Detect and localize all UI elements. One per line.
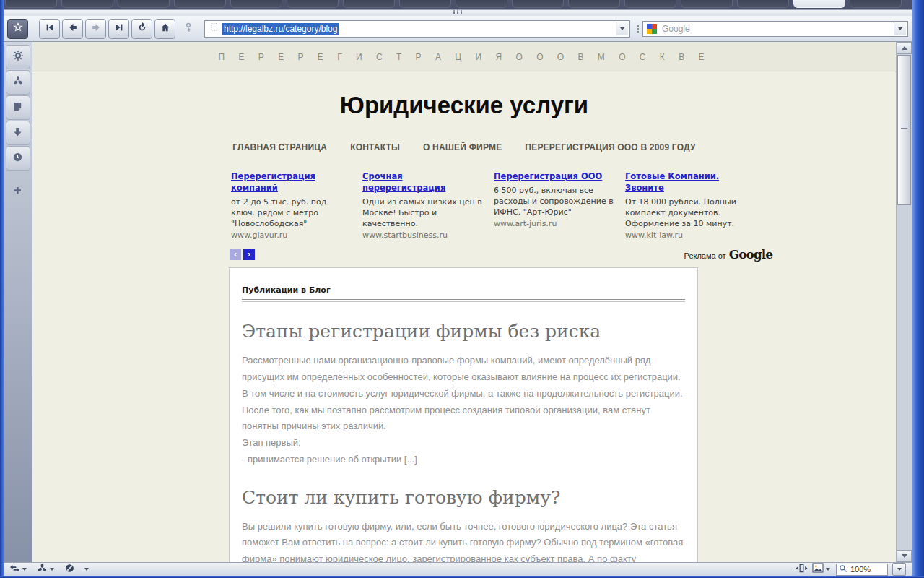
forward-button-disabled[interactable] (85, 19, 106, 39)
tab[interactable] (343, 0, 395, 8)
download-arrow-icon (12, 126, 23, 140)
scroll-up-button[interactable] (897, 42, 912, 54)
tab[interactable] (850, 0, 902, 8)
blog-post: Стоит ли купить готовую фирму? Вы решили… (242, 487, 685, 562)
google-logo: Google (729, 247, 772, 262)
ad-title-link[interactable]: Перерегистрация ООО (494, 171, 615, 183)
tab[interactable] (624, 0, 676, 8)
search-box[interactable] (642, 21, 908, 37)
chevron-down-icon (898, 27, 902, 30)
images-toggle-button[interactable] (812, 563, 830, 576)
fast-forward-button[interactable] (108, 19, 129, 39)
ads-next-button[interactable]: › (243, 249, 255, 260)
ad-text: От 18 000 рублей. Полный комплект докуме… (625, 197, 736, 228)
post-title[interactable]: Стоит ли купить готовую фирму? (242, 487, 685, 508)
tab[interactable] (737, 0, 789, 8)
home-button[interactable] (154, 19, 175, 39)
zoom-value: 100% (850, 565, 871, 574)
notes-panel-button[interactable] (6, 95, 30, 120)
tab[interactable] (456, 0, 507, 8)
ad-url: www.glavur.ru (231, 230, 352, 241)
nav-item-about[interactable]: О НАШЕЙ ФИРМЕ (423, 142, 502, 152)
magnifier-icon (839, 564, 847, 574)
sync-arrows-icon (9, 563, 20, 577)
ad-unit[interactable]: Срочная перерегистрация Одни из самых ни… (362, 171, 484, 241)
unite-panel-button[interactable] (6, 70, 30, 95)
blocked-content-control[interactable] (64, 563, 89, 577)
ad-unit[interactable]: Перерегистрация ООО 6 500 руб., включая … (494, 171, 615, 241)
back-button[interactable] (62, 19, 83, 39)
site-title: Юридические услуги (32, 92, 896, 119)
downloads-panel-button[interactable] (6, 121, 30, 145)
site-nav: ГЛАВНАЯ СТРАНИЦА КОНТАКТЫ О НАШЕЙ ФИРМЕ … (32, 142, 896, 152)
address-dropdown-button[interactable] (616, 22, 628, 35)
chevron-down-icon (826, 568, 830, 571)
star-panel-icon (13, 22, 23, 35)
tab[interactable] (61, 0, 113, 8)
history-panel-button[interactable] (6, 146, 30, 171)
ad-title-link[interactable]: Срочная перерегистрация (362, 171, 484, 194)
post-title[interactable]: Этапы регистрации фирмы без риска (242, 321, 685, 342)
ads-attribution[interactable]: Реклама от Google (684, 247, 772, 262)
blog-content-card: Публикации в Блог Этапы регистрации фирм… (229, 267, 698, 562)
plus-icon (13, 185, 22, 198)
tab[interactable] (681, 0, 733, 8)
ad-url: www.kit-law.ru (625, 230, 746, 241)
password-wand-button[interactable] (178, 19, 199, 39)
nav-item-home[interactable]: ГЛАВНАЯ СТРАНИЦА (232, 142, 327, 152)
back-icon (68, 22, 78, 35)
page-document-icon (209, 22, 219, 35)
swirl-fan-icon (12, 75, 24, 90)
zoom-dropdown-button[interactable] (892, 563, 906, 576)
tab[interactable] (399, 0, 451, 8)
scrollbar-thumb[interactable] (897, 55, 911, 205)
tab[interactable] (287, 0, 339, 8)
nav-item-contacts[interactable]: КОНТАКТЫ (350, 142, 400, 152)
address-text-selected[interactable]: http://legalbz.ru/category/blog (222, 23, 339, 35)
nav-item-reregistration[interactable]: ПЕРЕРЕГИСТРАЦИЯ ООО В 2009 ГОДУ (525, 142, 695, 152)
widgets-panel-button[interactable] (6, 45, 30, 69)
sync-status-control[interactable] (9, 563, 27, 577)
reload-icon (137, 22, 147, 35)
add-panel-button[interactable] (6, 179, 30, 204)
ad-url: www.art-juris.ru (494, 218, 615, 229)
address-bar[interactable]: http://legalbz.ru/category/blog (204, 20, 630, 38)
window-border-right (912, 0, 924, 578)
panel-sidebar (4, 42, 32, 562)
key-icon (183, 22, 193, 35)
chevron-down-icon (50, 568, 54, 571)
tab[interactable] (230, 0, 282, 8)
double-rule (242, 299, 685, 302)
vertical-scrollbar[interactable] (896, 42, 912, 562)
tab[interactable] (568, 0, 620, 8)
zoom-control[interactable]: 100% (836, 564, 888, 576)
tab[interactable] (174, 0, 226, 8)
rewind-icon (45, 22, 55, 35)
home-icon (160, 22, 170, 35)
ad-unit[interactable]: Готовые Компании. Звоните От 18 000 рубл… (625, 171, 746, 241)
tab[interactable] (118, 0, 170, 8)
image-icon (812, 563, 824, 576)
reload-button[interactable] (131, 19, 152, 39)
browser-window: http://legalbz.ru/category/blog (0, 0, 924, 578)
search-input[interactable] (661, 23, 890, 35)
chevron-down-icon (620, 27, 624, 30)
fit-to-width-button[interactable] (796, 563, 808, 577)
ad-unit[interactable]: Перерегистрация компаний от 2 до 5 тыс. … (231, 171, 352, 241)
tab-active[interactable] (793, 0, 845, 8)
ad-title-link[interactable]: Перерегистрация компаний (231, 171, 352, 194)
triangle-down-icon (902, 554, 907, 558)
gear-icon (12, 50, 24, 64)
tab[interactable] (512, 0, 564, 8)
toolbar-grip[interactable] (4, 9, 912, 16)
ads-prev-button[interactable]: ‹ (230, 249, 241, 260)
main-toolbar: http://legalbz.ru/category/blog (4, 16, 912, 42)
rewind-button[interactable] (39, 19, 60, 39)
ad-title-link[interactable]: Готовые Компании. Звоните (625, 171, 746, 194)
panels-toggle-button[interactable] (7, 19, 28, 39)
search-dropdown-button[interactable] (894, 22, 906, 35)
toolbar-separator[interactable] (636, 25, 640, 33)
unite-status-control[interactable] (37, 563, 54, 577)
scroll-down-button[interactable] (897, 550, 912, 562)
tab[interactable] (5, 0, 57, 8)
